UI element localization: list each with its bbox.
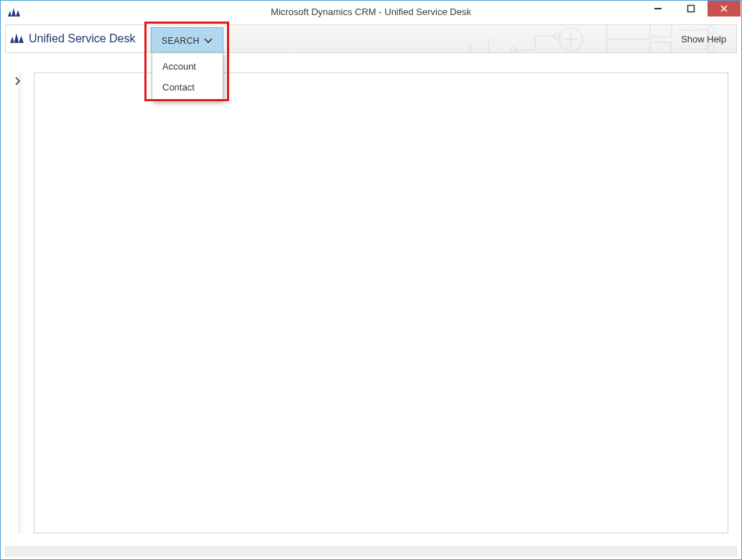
help-link-label: Show Help (681, 34, 726, 45)
svg-point-7 (511, 47, 516, 53)
search-dropdown-menu: Account Contact (152, 52, 223, 101)
menu-item-label: Account (162, 61, 196, 72)
app-logo-icon (7, 4, 22, 19)
search-dropdown-button[interactable]: SEARCH (151, 27, 223, 53)
main-toolbar: Unified Service Desk SEARCH Show Help (5, 24, 737, 53)
maximize-button[interactable] (674, 1, 708, 17)
chevron-down-icon (204, 36, 213, 46)
brand-title: Unified Service Desk (29, 32, 136, 45)
brand-block: Unified Service Desk (6, 25, 147, 52)
svg-point-8 (554, 33, 560, 39)
status-bar (5, 546, 737, 556)
close-button[interactable] (708, 1, 741, 17)
window-title: Microsoft Dynamics CRM - Unified Service… (1, 6, 741, 17)
svg-point-4 (560, 28, 583, 51)
search-button-label: SEARCH (162, 36, 200, 46)
minimize-button[interactable] (641, 1, 674, 17)
search-menu-item-account[interactable]: Account (152, 56, 223, 77)
svg-rect-10 (650, 42, 672, 53)
svg-rect-9 (650, 24, 672, 37)
svg-rect-1 (688, 6, 695, 12)
search-menu-item-contact[interactable]: Contact (152, 77, 223, 98)
main-area (5, 55, 737, 545)
content-shadow (18, 73, 24, 533)
brand-logo-icon (10, 32, 24, 46)
menu-item-label: Contact (162, 82, 195, 93)
show-help-link[interactable]: Show Help (681, 25, 726, 52)
window-controls (641, 1, 741, 17)
title-bar: Microsoft Dynamics CRM - Unified Service… (1, 1, 741, 22)
content-panel (34, 73, 728, 533)
app-window: Microsoft Dynamics CRM - Unified Service… (0, 0, 742, 560)
